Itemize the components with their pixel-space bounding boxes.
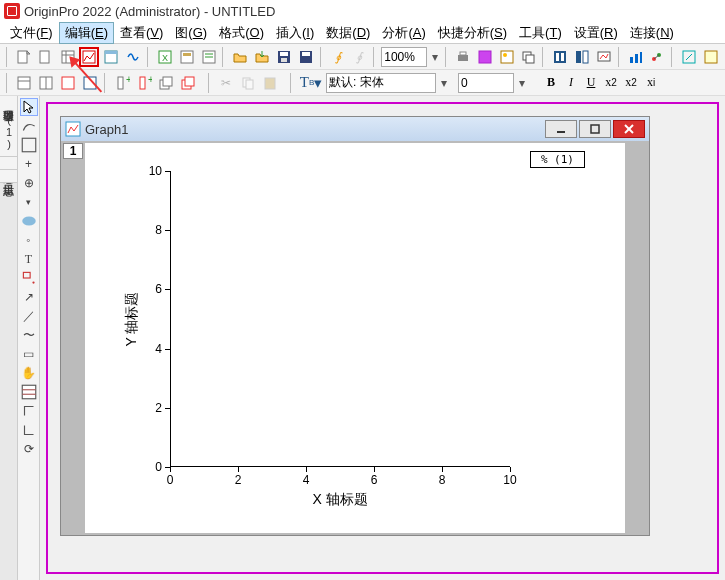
- cut-icon[interactable]: ✂: [216, 73, 236, 93]
- worksheet-icon[interactable]: [14, 73, 34, 93]
- rescale-tool-icon[interactable]: [20, 383, 38, 401]
- copy-icon[interactable]: [238, 73, 258, 93]
- plot-surface[interactable]: % (1) Y 轴标题 X 轴标题 02468100246810: [85, 143, 625, 533]
- region-icon[interactable]: [20, 212, 38, 230]
- zoom-input[interactable]: [381, 47, 427, 67]
- new-notes-icon[interactable]: [199, 47, 219, 67]
- side-tab-project-explorer[interactable]: 项目管理器 (1): [0, 96, 17, 157]
- copy-page-icon[interactable]: [475, 47, 495, 67]
- annotation-icon[interactable]: [20, 269, 38, 287]
- screen-reader-icon[interactable]: ⊕: [20, 174, 38, 192]
- y-axis-title[interactable]: Y 轴标题: [123, 292, 141, 347]
- recalc-icon[interactable]: ∮: [328, 47, 348, 67]
- add-col-2-icon[interactable]: +: [134, 73, 154, 93]
- hand-tool-icon[interactable]: ✋: [20, 364, 38, 382]
- mask-icon[interactable]: ◦: [20, 231, 38, 249]
- font-size-input[interactable]: [458, 73, 514, 93]
- menu-i[interactable]: 插入(I): [270, 22, 320, 44]
- graph-window[interactable]: Graph1 1 % (1) Y 轴标题 X 轴标题 0246810024: [60, 116, 650, 536]
- side-tab-message-log[interactable]: 消息日志: [0, 157, 17, 170]
- curve-tool-icon[interactable]: 〜: [20, 326, 38, 344]
- new-excel-icon[interactable]: X: [155, 47, 175, 67]
- svg-rect-11: [183, 53, 191, 56]
- close-button[interactable]: [613, 120, 645, 138]
- legend[interactable]: % (1): [530, 151, 585, 168]
- bold-button[interactable]: B: [542, 74, 560, 92]
- add-column-icon[interactable]: +: [112, 73, 132, 93]
- save-icon[interactable]: [274, 47, 294, 67]
- menu-g[interactable]: 图(G): [169, 22, 213, 44]
- side-tab-hints-log[interactable]: 提示日志: [0, 170, 17, 183]
- insert-graph-icon[interactable]: [20, 421, 38, 439]
- graph-window-icon: [65, 121, 81, 137]
- new-layout-icon[interactable]: [177, 47, 197, 67]
- font-select[interactable]: [326, 73, 436, 93]
- layers-hl-icon[interactable]: [178, 73, 198, 93]
- x-tick-label: 6: [359, 467, 389, 487]
- menu-a[interactable]: 分析(A): [376, 22, 431, 44]
- new-2d-icon[interactable]: [626, 47, 646, 67]
- menu-e[interactable]: 编辑(E): [59, 22, 114, 44]
- open-icon[interactable]: [230, 47, 250, 67]
- new-project-icon[interactable]: [14, 47, 34, 67]
- new-function-icon[interactable]: [123, 47, 143, 67]
- insert-data-icon[interactable]: [20, 402, 38, 420]
- duplicate-icon[interactable]: [519, 47, 539, 67]
- lock-icon[interactable]: ∮: [349, 47, 369, 67]
- save-project-icon[interactable]: [296, 47, 316, 67]
- supersub-button[interactable]: xi: [642, 74, 660, 92]
- gallery-icon[interactable]: [701, 47, 721, 67]
- data-selector-icon[interactable]: ▾: [20, 193, 38, 211]
- save-template-icon[interactable]: [252, 47, 272, 67]
- menu-n[interactable]: 连接(N): [624, 22, 680, 44]
- menu-f[interactable]: 文件(F): [4, 22, 59, 44]
- graph-window-titlebar[interactable]: Graph1: [61, 117, 649, 141]
- slideshow-icon[interactable]: [594, 47, 614, 67]
- menu-o[interactable]: 格式(O): [213, 22, 270, 44]
- x-axis-title[interactable]: X 轴标题: [312, 491, 367, 509]
- menu-s[interactable]: 快捷分析(S): [432, 22, 513, 44]
- maximize-button[interactable]: [579, 120, 611, 138]
- new-folder-icon[interactable]: [36, 47, 56, 67]
- copy-graph-icon[interactable]: [497, 47, 517, 67]
- subscript-button[interactable]: x2: [622, 74, 640, 92]
- draw-data-icon[interactable]: [20, 117, 38, 135]
- italic-button[interactable]: I: [562, 74, 580, 92]
- matrix-icon[interactable]: [36, 73, 56, 93]
- paste-icon[interactable]: [260, 73, 280, 93]
- minimize-button[interactable]: [545, 120, 577, 138]
- pointer-tool-icon[interactable]: [20, 98, 38, 116]
- new-3d-icon[interactable]: [648, 47, 668, 67]
- arrow-tool-icon[interactable]: ↗: [20, 288, 38, 306]
- rescale-icon[interactable]: [679, 47, 699, 67]
- layer-tab[interactable]: 1: [63, 143, 83, 159]
- underline-button[interactable]: U: [582, 74, 600, 92]
- font-dropdown-icon[interactable]: ▾: [438, 73, 450, 93]
- y-axis[interactable]: [170, 171, 171, 467]
- y-tick-label: 10: [140, 164, 170, 178]
- font-size-dropdown-icon[interactable]: ▾: [516, 73, 528, 93]
- zoom-dropdown-icon[interactable]: ▾: [429, 47, 441, 67]
- plot-area[interactable]: Y 轴标题 X 轴标题 02468100246810: [170, 171, 510, 467]
- line-tool-icon[interactable]: ／: [20, 307, 38, 325]
- new-matrix-icon[interactable]: [101, 47, 121, 67]
- layers-icon[interactable]: [156, 73, 176, 93]
- data-reader-icon[interactable]: +: [20, 155, 38, 173]
- zoom-tool-icon[interactable]: [20, 136, 38, 154]
- import-wizard-icon[interactable]: [550, 47, 570, 67]
- new-graph-icon[interactable]: [79, 47, 99, 67]
- svg-rect-69: [591, 125, 599, 133]
- print-icon[interactable]: [453, 47, 473, 67]
- menu-v[interactable]: 查看(V): [114, 22, 169, 44]
- rect-tool-icon[interactable]: ▭: [20, 345, 38, 363]
- x-axis[interactable]: [170, 466, 510, 467]
- text-tool-icon[interactable]: TB▾: [298, 73, 324, 93]
- text-icon[interactable]: T: [20, 250, 38, 268]
- superscript-button[interactable]: x2: [602, 74, 620, 92]
- import-single-icon[interactable]: [572, 47, 592, 67]
- menu-r[interactable]: 设置(R): [568, 22, 624, 44]
- rotate-icon[interactable]: ⟳: [20, 440, 38, 458]
- menu-d[interactable]: 数据(D): [320, 22, 376, 44]
- column-icon[interactable]: [58, 73, 78, 93]
- menu-t[interactable]: 工具(T): [513, 22, 568, 44]
